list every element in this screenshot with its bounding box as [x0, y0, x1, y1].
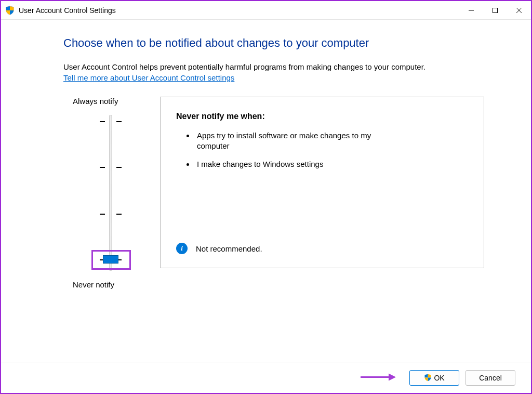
learn-more-link[interactable]: Tell me more about User Account Control … — [63, 73, 234, 82]
panel-bullet: I make changes to Windows settings — [195, 159, 392, 169]
slider-thumb[interactable] — [103, 255, 118, 264]
shield-icon — [5, 6, 15, 15]
notification-detail-panel: Never notify me when: Apps try to instal… — [160, 97, 484, 268]
panel-bullet: Apps try to install software or make cha… — [195, 130, 392, 152]
svg-rect-1 — [493, 8, 498, 12]
recommendation-row: i Not recommended. — [176, 243, 262, 254]
page-description: User Account Control helps prevent poten… — [63, 61, 484, 72]
cancel-button[interactable]: Cancel — [466, 370, 515, 386]
minimize-button[interactable] — [459, 2, 483, 19]
slider-label-bottom: Never notify — [73, 280, 157, 289]
cancel-button-label: Cancel — [479, 374, 502, 382]
ok-button[interactable]: OK — [409, 370, 459, 386]
content-area: Choose when to be notified about changes… — [1, 20, 531, 362]
page-heading: Choose when to be notified about changes… — [63, 36, 484, 50]
info-icon: i — [176, 243, 188, 254]
shield-icon — [424, 374, 432, 382]
ok-button-label: OK — [434, 374, 444, 382]
close-button[interactable] — [507, 2, 531, 19]
annotation-arrow-icon — [360, 372, 396, 384]
svg-marker-5 — [389, 373, 396, 380]
uac-settings-window: User Account Control Settings Choose whe… — [0, 0, 532, 394]
recommendation-text: Not recommended. — [196, 244, 262, 253]
slider-label-top: Always notify — [73, 97, 157, 106]
maximize-button[interactable] — [483, 2, 507, 19]
panel-title: Never notify me when: — [176, 112, 469, 121]
panel-bullet-list: Apps try to install software or make cha… — [195, 130, 469, 169]
dialog-footer: OK Cancel — [1, 362, 531, 393]
titlebar: User Account Control Settings — [1, 1, 531, 20]
slider-track[interactable] — [84, 115, 136, 271]
notification-slider: Always notify Never notify — [63, 97, 157, 289]
window-title: User Account Control Settings — [19, 6, 116, 15]
